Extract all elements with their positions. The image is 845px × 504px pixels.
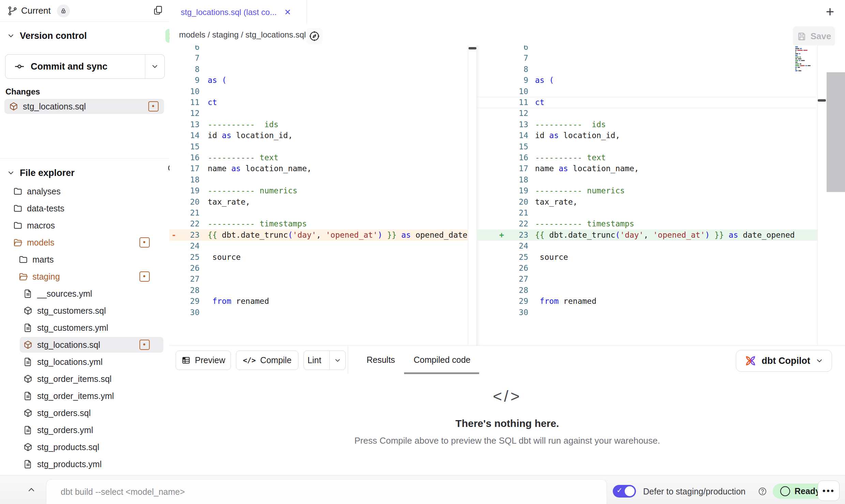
code-text: ---------- numerics <box>208 185 297 196</box>
line-number: 16 <box>508 152 528 163</box>
lock-icon <box>60 8 67 14</box>
diff-pane-modified[interactable]: 6789as (1011ct1213---------- ids14id as … <box>476 45 817 345</box>
line-number: 24 <box>179 240 199 252</box>
lint-button[interactable]: Lint <box>303 351 346 370</box>
tab-stg-locations[interactable]: stg_locations.sql (last co... ✕ <box>169 0 307 24</box>
right-scrollbar-thumb[interactable] <box>818 99 826 102</box>
minimap[interactable] <box>795 46 817 77</box>
empty-state-title: There's nothing here. <box>169 418 845 429</box>
close-tab-icon[interactable]: ✕ <box>284 8 291 17</box>
help-icon[interactable] <box>758 487 767 496</box>
line-number: 21 <box>508 207 528 219</box>
code-text: ct <box>535 97 545 108</box>
file-tree-item-stg-customers-yml[interactable]: stg_customers.yml <box>0 319 169 336</box>
line-number: 15 <box>179 141 199 152</box>
code-line-28: 28 <box>476 285 817 296</box>
line-number: 15 <box>508 141 528 152</box>
line-number: 30 <box>508 307 528 318</box>
file-tree-item-analyses[interactable]: analyses <box>0 183 169 200</box>
file-explorer-header[interactable]: File explorer <box>0 163 183 183</box>
file-name: stg_locations.yml <box>37 357 103 367</box>
dbt-copilot-button[interactable]: dbt Copilot <box>736 350 832 372</box>
left-scrollbar-thumb[interactable] <box>469 47 476 49</box>
defer-toggle[interactable]: ✓ <box>613 485 636 498</box>
dbt-copilot-label: dbt Copilot <box>762 356 810 366</box>
file-name: stg_customers.sql <box>37 306 106 316</box>
line-number: 9 <box>179 75 199 86</box>
commit-and-sync-main[interactable]: Commit and sync <box>5 55 145 78</box>
file-name: analyses <box>27 187 61 196</box>
tab-compiled-code[interactable]: Compiled code <box>414 346 471 374</box>
file-tree-item-marts[interactable]: marts <box>0 251 169 268</box>
chevron-up-icon[interactable] <box>27 485 36 494</box>
branch-selector[interactable]: Current <box>8 4 70 17</box>
command-input[interactable]: dbt build --select <model_name> <box>46 479 607 504</box>
file-icon <box>23 391 33 401</box>
lineage-compass-button[interactable] <box>306 28 323 44</box>
toggle-knob <box>625 486 635 496</box>
defer-label: Defer to staging/production <box>643 487 745 496</box>
line-number: 22 <box>179 218 199 229</box>
commit-and-sync-button[interactable]: Commit and sync <box>5 54 165 79</box>
code-text: {{ dbt.date_trunc('day', 'opened_at') }}… <box>208 229 468 241</box>
preview-button[interactable]: Preview <box>176 351 231 370</box>
line-number: 29 <box>179 296 199 307</box>
code-text: source <box>535 252 568 263</box>
modified-badge <box>148 101 159 112</box>
file-tree-item-stg-customers-sql[interactable]: stg_customers.sql <box>0 302 169 319</box>
file-tree-item-stg-products-sql[interactable]: stg_products.sql <box>0 439 169 456</box>
file-tree-item-stg-products-yml[interactable]: stg_products.yml <box>0 456 169 473</box>
duplicate-tab-icon[interactable] <box>152 5 163 16</box>
file-tree-item-models[interactable]: models <box>0 234 169 251</box>
code-line-19: 19---------- numerics <box>169 185 468 196</box>
line-number: 27 <box>179 273 199 285</box>
code-text: id as location_id, <box>535 130 620 141</box>
line-number: 8 <box>179 64 199 75</box>
diff-pane-original[interactable]: 6789as (1011ct1213---------- ids14id as … <box>169 45 468 345</box>
file-tree-item-macros[interactable]: macros <box>0 217 169 234</box>
page-scrollbar[interactable] <box>827 72 845 192</box>
file-tree-item--sources-yml[interactable]: __sources.yml <box>0 285 169 302</box>
file-tree-item-stg-locations-sql[interactable]: stg_locations.sql <box>0 336 169 353</box>
code-line-27: 27 <box>476 273 817 285</box>
modified-badge <box>139 340 150 350</box>
line-number: 26 <box>508 263 528 274</box>
code-line-9: 9as ( <box>476 75 817 86</box>
commit-options-caret[interactable] <box>145 55 164 78</box>
file-tree-item-stg-orders-yml[interactable]: stg_orders.yml <box>0 421 169 439</box>
code-line-23: -23{{ dbt.date_trunc('day', 'opened_at')… <box>169 229 468 241</box>
diff-editor[interactable]: 6789as (1011ct1213---------- ids14id as … <box>169 45 845 345</box>
pane-divider[interactable] <box>468 45 477 345</box>
line-number: 17 <box>508 163 528 174</box>
file-tree-item-stg-order-items-yml[interactable]: stg_order_items.yml <box>0 387 169 404</box>
more-options-button[interactable]: ••• <box>818 480 840 501</box>
file-name: stg_orders.yml <box>37 425 93 435</box>
code-text: ---------- timestamps <box>208 218 307 229</box>
code-line-18: 18 <box>169 174 468 186</box>
file-tree-item-staging[interactable]: staging <box>0 268 169 285</box>
lint-label[interactable]: Lint <box>304 355 325 365</box>
line-number: 27 <box>508 273 528 285</box>
line-number: 25 <box>179 252 199 263</box>
lint-options-caret[interactable] <box>329 351 345 370</box>
code-line-29: 29 from renamed <box>169 296 468 307</box>
changed-file-item[interactable]: stg_locations.sql <box>4 99 164 114</box>
file-tree-item-data-tests[interactable]: data-tests <box>0 200 169 217</box>
code-line-30: 30 <box>169 307 468 318</box>
file-icon <box>23 357 33 367</box>
file-tree-item-stg-order-items-sql[interactable]: stg_order_items.sql <box>0 370 169 387</box>
new-tab-icon[interactable]: + <box>826 5 834 19</box>
line-number: 28 <box>508 285 528 296</box>
version-control-header[interactable]: Version control 1 <box>0 26 183 46</box>
tab-results[interactable]: Results <box>367 346 395 374</box>
file-tree-item-stg-locations-yml[interactable]: stg_locations.yml <box>0 353 169 370</box>
save-button[interactable]: Save <box>793 26 835 46</box>
file-tree-item-stg-orders-sql[interactable]: stg_orders.sql <box>0 404 169 421</box>
dbt-ide-window: Current <box>0 0 845 504</box>
file-icon <box>23 289 33 298</box>
compile-button[interactable]: </> Compile <box>236 351 298 370</box>
git-branch-icon <box>8 6 18 16</box>
file-name: staging <box>32 272 60 282</box>
code-text: as ( <box>208 75 226 86</box>
line-number: 18 <box>179 174 199 186</box>
